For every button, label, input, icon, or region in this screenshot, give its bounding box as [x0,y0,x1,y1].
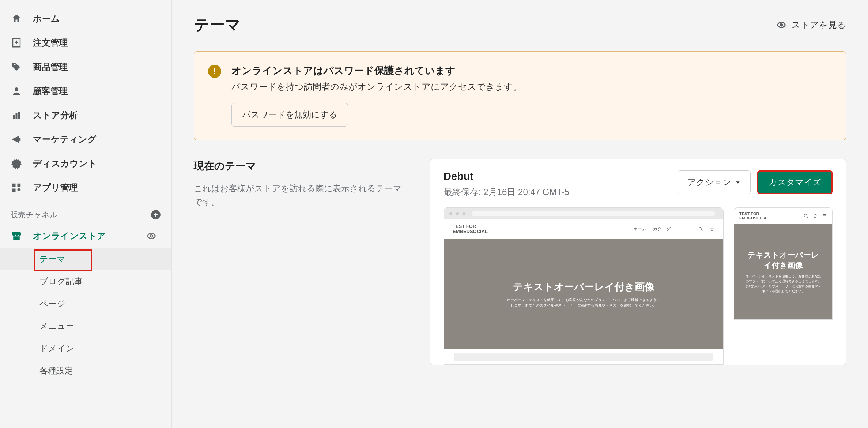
password-banner: ! オンラインストアはパスワード保護されています パスワードを持つ訪問者のみがオ… [194,51,846,140]
browser-chrome [444,208,723,219]
svg-rect-3 [18,112,20,119]
sidebar-item-discounts[interactable]: ディスカウント [0,151,171,176]
sidebar-item-analytics[interactable]: ストア分析 [0,103,171,127]
preview-mobile-hero: テキストオーバーレイ付き画像 オーバーレイテキストを使用して、お客様があなたのブ… [734,224,832,319]
preview-store-icon[interactable] [146,230,157,241]
preview-hero-sub: オーバーレイテキストを使用して、お客様があなたのブランドについてよく理解できるよ… [507,297,660,308]
sub-label: ページ [39,298,65,309]
preview-site-header: TEST FOR EMBEDSOCIAL ホーム カタログ [444,219,723,239]
sub-label: 各種設定 [39,365,73,376]
customers-icon [10,85,23,97]
preview-nav-home: ホーム [633,226,646,232]
sidebar-item-home[interactable]: ホーム [0,7,171,31]
disable-password-button[interactable]: パスワードを無効にする [231,103,348,127]
svg-point-10 [449,212,452,215]
sidebar-item-marketing[interactable]: マーケティング [0,127,171,151]
cart-icon [710,227,714,232]
theme-card: Debut 最終保存: 2月16日 20:47 GMT-5 アクション カスタマ… [430,159,846,365]
preview-hero: テキストオーバーレイ付き画像 オーバーレイテキストを使用して、お客様があなたのブ… [444,239,723,349]
page-header: テーマ ストアを見る [194,15,846,35]
svg-point-0 [15,87,18,91]
preview-mobile-header: TEST FOR EMBEDSOCIAL [734,208,832,224]
nav-label: 商品管理 [33,61,68,73]
store-icon [10,230,23,242]
page-title: テーマ [194,15,241,35]
sidebar-sub-domains[interactable]: ドメイン [0,337,171,360]
analytics-icon [10,109,23,121]
preview-mobile: TEST FOR EMBEDSOCIAL テキストオーバーレイ付き画像 [734,207,833,320]
sub-label: ブログ記事 [39,276,83,287]
svg-point-11 [456,212,459,215]
cart-icon [813,214,818,218]
svg-point-9 [780,24,783,26]
sidebar-item-online-store[interactable]: オンラインストア [0,224,171,248]
banner-body: パスワードを持つ訪問者のみがオンラインストアにアクセスできます。 [231,81,522,93]
products-icon [10,61,23,73]
customize-button[interactable]: カスタマイズ [757,170,833,194]
nav-label: オンラインストア [33,230,106,242]
sales-channels-heading: 販売チャネル [0,200,171,224]
current-theme-heading: 現在のテーマ [194,159,410,173]
theme-name: Debut [444,170,569,183]
home-icon [10,12,23,25]
section-label-text: 販売チャネル [10,210,58,220]
banner-title: オンラインストアはパスワード保護されています [231,64,522,77]
view-store-text: ストアを見る [792,19,846,31]
theme-previews: TEST FOR EMBEDSOCIAL ホーム カタログ [444,207,833,365]
sidebar-item-customers[interactable]: 顧客管理 [0,79,171,103]
nav-label: マーケティング [33,134,97,145]
sidebar-sub-pages[interactable]: ページ [0,293,171,315]
svg-point-14 [804,214,807,217]
nav-label: ホーム [33,13,60,25]
svg-rect-4 [12,184,16,187]
sidebar-item-products[interactable]: 商品管理 [0,55,171,79]
theme-actions-dropdown[interactable]: アクション [678,170,751,194]
preview-hero-title: テキストオーバーレイ付き画像 [744,250,822,270]
actions-label: アクション [687,177,731,188]
chevron-down-icon [735,180,741,185]
current-theme-summary: 現在のテーマ これはお客様がストアを訪れる際に表示されるテーマです。 [194,159,410,365]
view-store-link[interactable]: ストアを見る [776,19,846,31]
main-content: テーマ ストアを見る ! オンラインストアはパスワード保護されています パスワー… [172,0,868,428]
theme-last-saved: 最終保存: 2月16日 20:47 GMT-5 [444,186,569,198]
add-channel-button[interactable] [150,209,161,220]
preview-hero-sub: オーバーレイテキストを使用して、お客様があなたのブランドについてよく理解できるよ… [745,274,822,294]
sidebar-sub-preferences[interactable]: 各種設定 [0,360,171,382]
nav-label: アプリ管理 [33,182,78,194]
nav-label: 顧客管理 [33,85,68,97]
highlight-box-theme [34,249,92,271]
current-theme-description: これはお客様がストアを訪れる際に表示されるテーマです。 [194,182,410,209]
search-icon [804,214,808,218]
marketing-icon [10,133,23,146]
svg-rect-2 [16,113,18,119]
sidebar-sub-menu[interactable]: メニュー [0,315,171,337]
preview-hero-title: テキストオーバーレイ付き画像 [513,280,654,293]
nav-label: 注文管理 [33,37,68,49]
svg-rect-1 [13,115,15,119]
sidebar-sub-themes[interactable]: テーマ [0,248,171,270]
sidebar: ホーム 注文管理 商品管理 顧客管理 ストア分析 [0,0,172,428]
sub-label: ドメイン [39,343,75,354]
preview-logo-2: EMBEDSOCIAL [739,216,769,220]
preview-logo-1: TEST FOR [453,224,476,229]
eye-icon [776,20,786,30]
svg-rect-6 [12,189,16,192]
sidebar-item-apps[interactable]: アプリ管理 [0,176,171,200]
nav-label: ストア分析 [33,109,78,121]
orders-icon [10,37,23,49]
search-icon [698,227,703,232]
svg-point-12 [463,212,465,215]
preview-logo-2: EMBEDSOCIAL [453,229,488,234]
sidebar-sub-blog[interactable]: ブログ記事 [0,270,171,293]
preview-desktop: TEST FOR EMBEDSOCIAL ホーム カタログ [444,207,724,365]
sub-label: メニュー [39,320,74,332]
discounts-icon [10,157,23,170]
svg-point-13 [699,227,702,230]
apps-icon [10,181,23,194]
sidebar-item-orders[interactable]: 注文管理 [0,31,171,55]
menu-icon [822,213,827,218]
nav-label: ディスカウント [33,158,97,169]
svg-point-8 [150,235,153,237]
warning-icon: ! [208,65,221,78]
svg-rect-5 [18,184,21,187]
